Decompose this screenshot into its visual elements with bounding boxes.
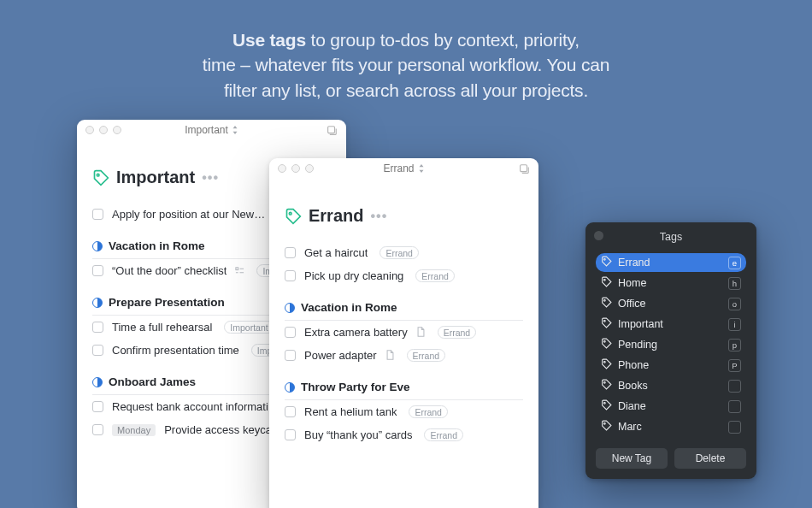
tag-pill[interactable]: Errand bbox=[424, 428, 463, 441]
tag-pill[interactable]: Errand bbox=[409, 405, 448, 418]
tag-row-home[interactable]: Homeh bbox=[596, 274, 746, 292]
project-title: Vacation in Rome bbox=[109, 239, 205, 252]
tag-row-phone[interactable]: PhoneP bbox=[596, 356, 746, 375]
note-icon bbox=[385, 349, 395, 362]
svg-point-9 bbox=[603, 340, 605, 342]
tag-icon bbox=[92, 169, 109, 186]
titlebar: Important bbox=[77, 120, 346, 140]
svg-point-10 bbox=[603, 361, 605, 363]
checkbox[interactable] bbox=[92, 424, 103, 435]
project-title: Onboard James bbox=[109, 375, 196, 388]
windows-icon[interactable] bbox=[518, 163, 530, 179]
tag-icon bbox=[601, 256, 612, 269]
tag-icon bbox=[285, 208, 302, 225]
tags-panel: Tags ErrandeHomehOfficeoImportantiPendin… bbox=[585, 222, 756, 479]
tag-name: Marc bbox=[618, 421, 642, 433]
more-icon[interactable]: ••• bbox=[202, 170, 219, 186]
headline: Use tags to group to-dos by context, pri… bbox=[0, 0, 812, 103]
tag-row-errand[interactable]: Errande bbox=[596, 253, 746, 272]
tag-name: Errand bbox=[618, 257, 650, 269]
tag-row-diane[interactable]: Diane bbox=[596, 397, 746, 416]
tag-pill[interactable]: Errand bbox=[407, 349, 446, 362]
svg-rect-3 bbox=[521, 165, 527, 172]
todo-item[interactable]: Power adapter Errand bbox=[285, 344, 523, 367]
checkbox[interactable] bbox=[285, 350, 296, 361]
project-heading[interactable]: Throw Party for Eve bbox=[285, 381, 523, 400]
window-errand: Errand Errand ••• Get a haircutErrandPic… bbox=[269, 158, 538, 508]
project-progress-icon bbox=[92, 241, 103, 251]
svg-point-4 bbox=[289, 212, 291, 215]
project-title: Throw Party for Eve bbox=[301, 381, 410, 393]
checkbox[interactable] bbox=[285, 406, 296, 417]
tag-name: Pending bbox=[618, 339, 657, 351]
titlebar: Errand bbox=[269, 158, 538, 179]
tag-row-marc[interactable]: Marc bbox=[596, 417, 746, 436]
window-title[interactable]: Errand bbox=[269, 162, 538, 174]
headline-rest1: to group to-dos by context, priority, bbox=[306, 30, 580, 50]
checkbox[interactable] bbox=[92, 265, 103, 276]
checkbox[interactable] bbox=[285, 429, 296, 440]
todo-item[interactable]: Pick up dry cleaningErrand bbox=[285, 264, 523, 287]
checkbox[interactable] bbox=[92, 345, 103, 356]
tag-shortcut bbox=[728, 400, 741, 413]
svg-point-5 bbox=[603, 258, 605, 260]
todo-text: Provide access keycar bbox=[164, 423, 275, 436]
todo-text: “Out the door” checklist bbox=[112, 264, 227, 277]
checkbox[interactable] bbox=[92, 209, 103, 220]
tag-row-pending[interactable]: Pendingp bbox=[596, 335, 746, 354]
tag-icon bbox=[601, 297, 612, 310]
tag-pill[interactable]: Errand bbox=[438, 326, 477, 339]
svg-point-13 bbox=[603, 422, 605, 424]
tag-pill[interactable]: Errand bbox=[380, 246, 419, 259]
project-heading[interactable]: Vacation in Rome bbox=[285, 301, 523, 321]
svg-point-7 bbox=[603, 299, 605, 301]
checkbox[interactable] bbox=[92, 401, 103, 412]
checkbox[interactable] bbox=[285, 270, 296, 281]
todo-text: Buy “thank you” cards bbox=[304, 428, 412, 441]
todo-text: Power adapter bbox=[304, 349, 377, 362]
tag-row-books[interactable]: Books bbox=[596, 376, 746, 395]
note-icon bbox=[416, 326, 426, 339]
windows-icon[interactable] bbox=[326, 125, 338, 140]
project-title: Vacation in Rome bbox=[301, 301, 397, 314]
tag-pill[interactable]: Errand bbox=[415, 269, 455, 282]
project-progress-icon bbox=[285, 382, 295, 393]
tag-row-important[interactable]: Importanti bbox=[596, 315, 746, 334]
window-title-text: Errand bbox=[383, 162, 414, 174]
tag-heading-errand: Errand ••• bbox=[285, 206, 523, 226]
tag-shortcut: e bbox=[728, 257, 741, 269]
updown-icon bbox=[232, 126, 238, 134]
tag-name: Phone bbox=[618, 359, 649, 371]
close-icon[interactable] bbox=[594, 231, 603, 240]
tag-icon bbox=[601, 358, 612, 372]
todo-text: Pick up dry cleaning bbox=[304, 269, 403, 282]
window-title[interactable]: Important bbox=[77, 124, 346, 136]
more-icon[interactable]: ••• bbox=[370, 209, 387, 224]
window-title-text: Important bbox=[185, 124, 228, 136]
tag-icon bbox=[601, 338, 612, 351]
tags-panel-title: Tags bbox=[596, 231, 746, 243]
tag-list: ErrandeHomehOfficeoImportantiPendingpPho… bbox=[596, 253, 746, 436]
tag-shortcut: P bbox=[728, 359, 741, 372]
delete-button[interactable]: Delete bbox=[674, 448, 746, 469]
checkbox[interactable] bbox=[92, 322, 103, 333]
svg-point-12 bbox=[603, 402, 605, 404]
todo-item[interactable]: Get a haircutErrand bbox=[285, 241, 523, 264]
svg-point-6 bbox=[603, 279, 605, 281]
todo-item[interactable]: Buy “thank you” cardsErrand bbox=[285, 423, 523, 446]
tag-row-office[interactable]: Officeo bbox=[596, 294, 746, 313]
checklist-icon bbox=[235, 264, 244, 277]
new-tag-button[interactable]: New Tag bbox=[596, 448, 668, 469]
tag-icon bbox=[601, 379, 612, 393]
checkbox[interactable] bbox=[285, 247, 296, 258]
updown-icon bbox=[418, 164, 425, 173]
todo-item[interactable]: Rent a helium tankErrand bbox=[285, 400, 523, 423]
tag-icon bbox=[601, 317, 612, 331]
todo-text: Time a full rehearsal bbox=[112, 321, 212, 334]
todo-item[interactable]: Extra camera battery Errand bbox=[285, 321, 523, 344]
todo-text: Rent a helium tank bbox=[304, 405, 397, 418]
headline-line2: time – whatever fits your personal workf… bbox=[203, 55, 609, 74]
tag-pill[interactable]: Important bbox=[224, 321, 274, 334]
svg-rect-0 bbox=[328, 127, 335, 133]
checkbox[interactable] bbox=[285, 327, 296, 338]
